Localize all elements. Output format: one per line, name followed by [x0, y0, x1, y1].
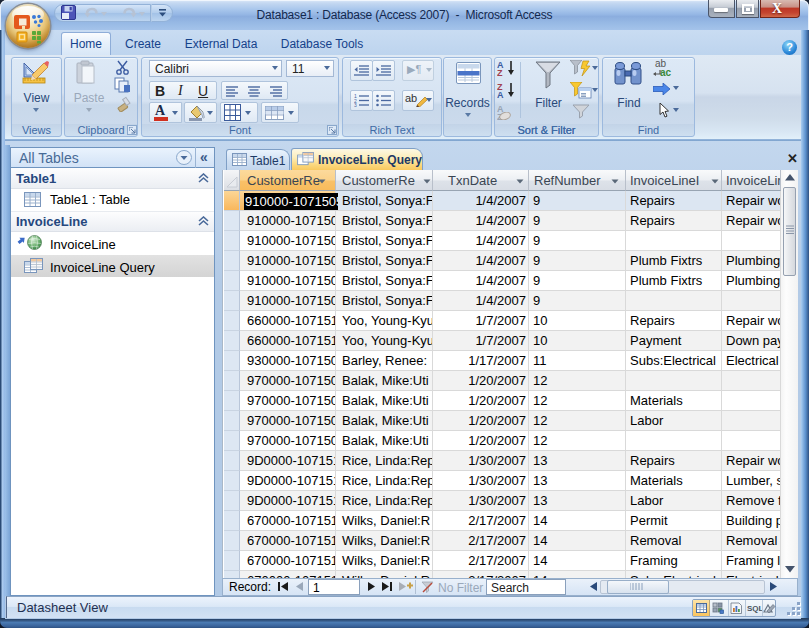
svg-text:Z: Z	[497, 68, 503, 76]
svg-text:3: 3	[354, 102, 357, 107]
svg-text:A: A	[497, 90, 504, 98]
